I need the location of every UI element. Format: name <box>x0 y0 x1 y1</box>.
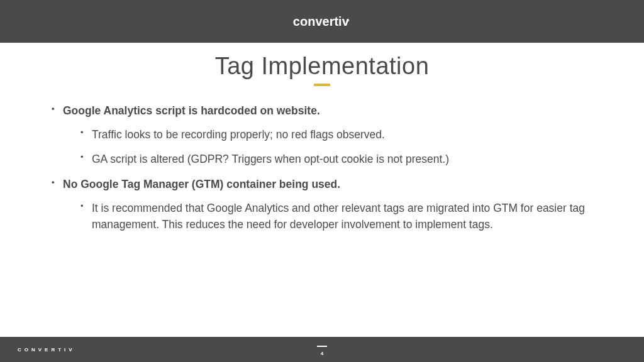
footer-brand: CONVERTIV <box>18 347 75 353</box>
sub-bullet-item: Traffic looks to be recording properly; … <box>80 126 614 143</box>
bullet-list: Google Analytics script is hardcoded on … <box>30 102 614 233</box>
footer-divider <box>317 346 327 347</box>
logo-text: convertiv <box>293 14 349 28</box>
bullet-item: No Google Tag Manager (GTM) container be… <box>52 176 614 233</box>
sub-bullet-list: Traffic looks to be recording properly; … <box>63 126 614 167</box>
title-underline <box>314 84 330 86</box>
logo-dot: . <box>348 14 350 23</box>
logo: convertiv. <box>293 14 351 29</box>
sub-bullet-item: It is recommended that Google Analytics … <box>80 200 614 233</box>
sub-bullet-item: GA script is altered (GDPR? Triggers whe… <box>80 151 614 167</box>
page-number: 4 <box>321 351 323 356</box>
content-area: Tag Implementation Google Analytics scri… <box>0 43 644 337</box>
footer-bar: CONVERTIV 4 <box>0 337 644 362</box>
slide-title: Tag Implementation <box>30 53 614 80</box>
bullet-item: Google Analytics script is hardcoded on … <box>52 102 614 167</box>
header-bar: convertiv. <box>0 0 644 43</box>
sub-bullet-list: It is recommended that Google Analytics … <box>63 200 614 233</box>
bullet-text: Google Analytics script is hardcoded on … <box>63 104 320 117</box>
bullet-text: No Google Tag Manager (GTM) container be… <box>63 178 340 190</box>
slide: convertiv. Tag Implementation Google Ana… <box>0 0 644 362</box>
